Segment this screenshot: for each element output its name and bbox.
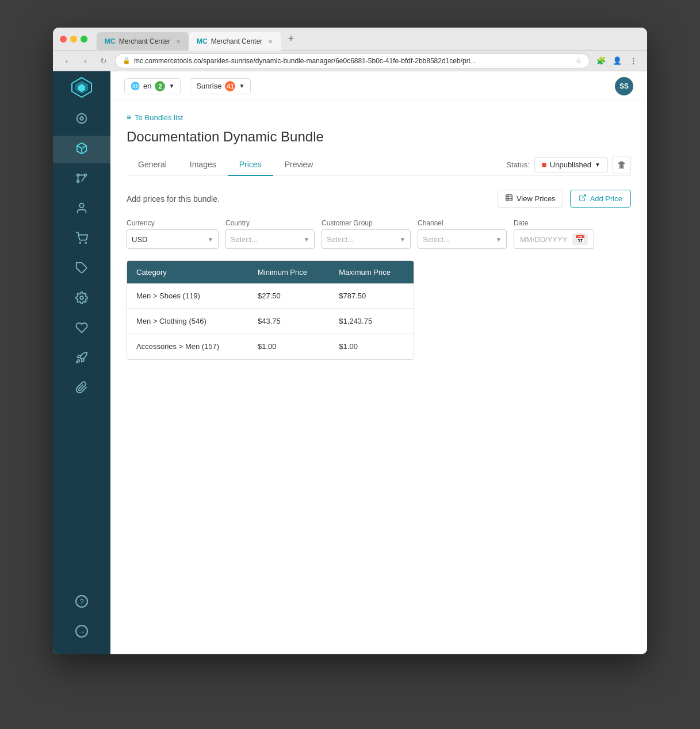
browser-actions: 🧩 👤 ⋮ (594, 54, 640, 68)
forward-button[interactable]: › (78, 54, 92, 68)
delete-button[interactable]: 🗑 (613, 156, 631, 174)
country-select[interactable]: Select... ▼ (225, 229, 315, 249)
url-text: mc.commercetools.co/sparkles-sunrise/dyn… (134, 57, 572, 65)
country-chevron-down-icon: ▼ (304, 236, 309, 243)
prices-actions: View Prices Add Price (498, 190, 631, 208)
view-prices-label: View Prices (517, 194, 556, 203)
breadcrumb-label: To Bundles list (135, 113, 183, 122)
browser-titlebar: MC Merchant Center ✕ MC Merchant Center … (53, 28, 647, 51)
currency-label: Currency (127, 219, 219, 227)
tab-2[interactable]: MC Merchant Center ✕ (189, 32, 281, 51)
table-cell-min-price: $27.50 (248, 283, 330, 309)
table-body: Men > Shoes (119) $27.50 $787.50 Men > C… (127, 283, 414, 359)
sidebar-item-products[interactable] (53, 136, 110, 163)
page-content: ≡ To Bundles list Documentation Dynamic … (110, 101, 647, 371)
tab-1[interactable]: MC Merchant Center ✕ (97, 32, 189, 51)
customer-group-filter-group: Customer Group Select... ▼ (322, 219, 411, 249)
tab-1-close[interactable]: ✕ (176, 39, 181, 45)
maximize-button[interactable] (81, 36, 87, 43)
sidebar-item-customers[interactable] (53, 195, 110, 223)
store-count: 41 (225, 81, 235, 91)
store-selector[interactable]: Sunrise 41 ▼ (190, 78, 251, 94)
svg-point-9 (79, 203, 83, 207)
channel-select[interactable]: Select... ▼ (418, 229, 507, 249)
channel-chevron-down-icon: ▼ (496, 236, 502, 243)
globe-icon: 🌐 (131, 82, 140, 90)
svg-line-18 (582, 195, 585, 198)
price-table-wrapper: Category Minimum Price Maximum Price Men… (127, 260, 414, 360)
date-input[interactable]: MM/DD/YYYY 📅 (514, 229, 594, 249)
sidebar-item-home[interactable] (53, 106, 110, 133)
filters-row: Currency USD ▼ Country Select... ▼ (127, 219, 631, 249)
tab-images[interactable]: Images (178, 154, 228, 176)
channel-filter-group: Channel Select... ▼ (418, 219, 507, 249)
language-selector[interactable]: 🌐 en 2 ▼ (124, 78, 181, 94)
price-table: Category Minimum Price Maximum Price Men… (127, 261, 414, 359)
page-tabs: General Images Prices Preview Status: Un… (127, 154, 631, 176)
bookmark-icon[interactable]: ☆ (575, 56, 582, 65)
country-placeholder: Select... (231, 235, 301, 244)
menu-icon[interactable]: ⋮ (626, 54, 640, 68)
sidebar-item-orders[interactable] (53, 225, 110, 253)
sidebar-item-settings[interactable] (53, 285, 110, 313)
minimize-button[interactable] (70, 36, 77, 43)
traffic-lights (60, 36, 87, 43)
customer-group-chevron-down-icon: ▼ (400, 236, 406, 243)
view-prices-button[interactable]: View Prices (498, 190, 563, 208)
svg-point-7 (85, 174, 87, 176)
add-price-label: Add Price (590, 194, 622, 203)
table-icon (505, 194, 513, 204)
table-row[interactable]: Accessories > Men (157) $1.00 $1.00 (127, 334, 414, 359)
url-bar[interactable]: 🔒 mc.commercetools.co/sparkles-sunrise/d… (115, 53, 590, 68)
table-header-category: Category (127, 261, 248, 283)
tab-preview[interactable]: Preview (273, 154, 325, 176)
refresh-button[interactable]: ↻ (97, 54, 110, 68)
tab-prices[interactable]: Prices (228, 154, 273, 176)
back-button[interactable]: ‹ (60, 54, 74, 68)
person-icon (75, 202, 88, 217)
table-cell-min-price: $1.00 (248, 334, 330, 359)
customer-group-select[interactable]: Select... ▼ (322, 229, 411, 249)
status-dot (542, 163, 546, 167)
tab-bar: MC Merchant Center ✕ MC Merchant Center … (97, 28, 299, 50)
svg-point-8 (77, 180, 79, 182)
app-container: ? → 🌐 en 2 ▼ Sunrise (53, 71, 647, 654)
table-header-min-price: Minimum Price (248, 261, 330, 283)
table-row[interactable]: Men > Clothing (546) $43.75 $1,243.75 (127, 309, 414, 334)
sidebar-item-help[interactable]: ? (75, 588, 88, 615)
profile-icon[interactable]: 👤 (610, 54, 624, 68)
currency-select[interactable]: USD ▼ (127, 229, 219, 249)
country-label: Country (225, 219, 315, 227)
channel-placeholder: Select... (423, 235, 494, 244)
svg-point-10 (79, 242, 81, 243)
table-cell-category: Accessories > Men (157) (127, 334, 248, 359)
app-logo[interactable] (70, 76, 93, 99)
sidebar-item-flow[interactable] (53, 166, 110, 193)
breadcrumb[interactable]: ≡ To Bundles list (127, 113, 631, 122)
external-link-icon (579, 194, 587, 204)
settings-icon (75, 291, 88, 307)
status-button[interactable]: Unpublished ▼ (534, 157, 608, 172)
sidebar-nav (53, 106, 110, 588)
tab-2-close[interactable]: ✕ (268, 39, 273, 45)
table-cell-max-price: $1.00 (330, 334, 414, 359)
table-row[interactable]: Men > Shoes (119) $27.50 $787.50 (127, 283, 414, 309)
sidebar-item-rocket[interactable] (53, 345, 110, 373)
sidebar-item-clip[interactable] (53, 375, 110, 402)
date-placeholder: MM/DD/YYYY (520, 235, 568, 244)
svg-rect-14 (506, 195, 512, 201)
user-avatar[interactable]: SS (615, 77, 633, 95)
svg-point-11 (85, 242, 86, 243)
new-tab-button[interactable]: + (283, 31, 299, 47)
add-price-button[interactable]: Add Price (570, 190, 631, 208)
close-button[interactable] (60, 36, 67, 43)
sidebar-item-next[interactable]: → (75, 617, 88, 645)
table-cell-max-price: $1,243.75 (330, 309, 414, 334)
sidebar-item-favorites[interactable] (53, 315, 110, 343)
tab-general[interactable]: General (127, 154, 178, 176)
status-area: Status: Unpublished ▼ 🗑 (506, 156, 631, 174)
sidebar-item-discounts[interactable] (53, 255, 110, 283)
table-cell-category: Men > Shoes (119) (127, 283, 248, 309)
extensions-icon[interactable]: 🧩 (594, 54, 608, 68)
table-cell-category: Men > Clothing (546) (127, 309, 248, 334)
